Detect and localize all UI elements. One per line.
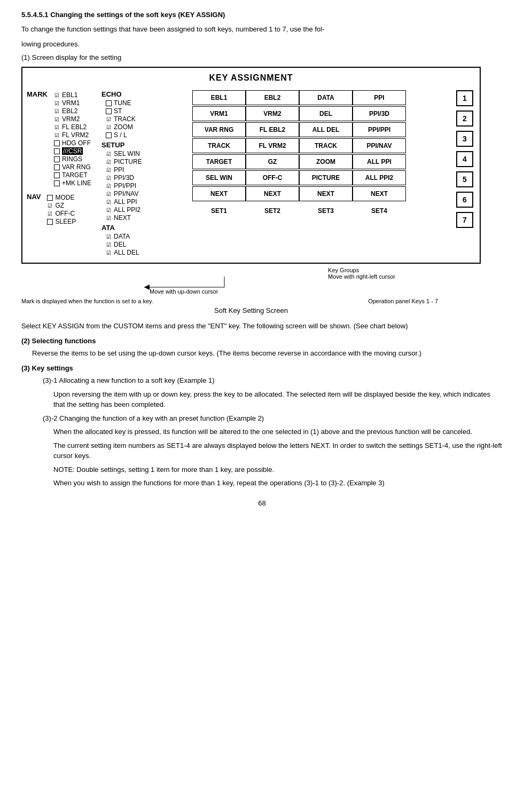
key-cell: ZOOM xyxy=(299,154,353,169)
ata-items: ☑DATA ☑DEL ☑ALL DEL xyxy=(106,233,187,256)
nav-items: MODE ☑GZ ☑OFF-C SLEEP xyxy=(47,194,76,226)
list-item: ST xyxy=(106,107,187,115)
ata-section: ATA ☑DATA ☑DEL ☑ALL DEL xyxy=(101,224,187,256)
section3-2-text2: The current setting item numbers as SET1… xyxy=(53,440,503,461)
empty-checkbox xyxy=(47,219,53,225)
key-cell: VRM2 xyxy=(246,106,299,121)
checked-icon: ☑ xyxy=(106,242,112,248)
op-panel-label: Operation panel Keys 1 - 7 xyxy=(368,298,438,304)
echo-setup-ata-column: ECHO TUNE ST ☑TRACK ☑ZOOM S / L SETUP ☑S… xyxy=(101,90,187,258)
checked-icon: ☑ xyxy=(54,132,60,138)
empty-checkbox xyxy=(106,132,112,138)
page-title: 5.5.4.5.1 Changing the settings of the s… xyxy=(21,11,503,19)
cursor-annotation: Move with up-down cursor xyxy=(144,277,240,299)
checked-icon: ☑ xyxy=(106,116,112,122)
key-cell: PPI/NAV xyxy=(353,138,406,153)
key-cell-data-h: DATA xyxy=(299,90,353,105)
key-cell-next4: NEXT xyxy=(353,186,406,201)
list-item: ☑ALL DEL xyxy=(106,249,187,256)
csr-highlight: ///CSR xyxy=(62,147,83,155)
checked-icon: ☑ xyxy=(106,250,112,256)
key-1: 1 xyxy=(456,90,473,106)
list-item: ☑PPI xyxy=(106,166,187,174)
section3-2-label: (3)-2 Changing the function of a key wit… xyxy=(43,413,503,424)
key-cell-ppi-h: PPI xyxy=(353,90,406,105)
list-item: MODE xyxy=(47,194,76,201)
setup-section: SETUP ☑SEL WIN ☑PICTURE ☑PPI ☑PPI/3D ☑PP… xyxy=(101,141,187,222)
key-cell: OFF-C xyxy=(246,170,299,185)
empty-checkbox xyxy=(47,195,53,201)
list-item: RINGS xyxy=(54,155,91,163)
empty-checkbox xyxy=(54,156,60,162)
key-cell-ebl1: EBL1 xyxy=(192,90,246,105)
nav-label: NAV xyxy=(27,193,41,201)
key-cell: DEL xyxy=(299,106,353,121)
key-cell: VAR RNG xyxy=(192,122,246,137)
list-item: ☑PICTURE xyxy=(106,158,187,165)
checked-icon: ☑ xyxy=(106,175,112,181)
list-item: ☑PPI/3D xyxy=(106,174,187,182)
section3-2-text3: NOTE: Double settings, setting 1 item fo… xyxy=(53,464,503,475)
key-grid: EBL1 EBL2 DATA PPI VRM1 VRM2 DEL PPI/3D … xyxy=(192,90,452,218)
checked-icon: ☑ xyxy=(106,183,112,189)
set4-label: SET4 xyxy=(353,203,406,218)
mark-nav-column: MARK ☑EBL1 ☑VRM1 ☑EBL2 ☑VRM2 ☑FL EBL2 ☑F… xyxy=(27,90,101,226)
cursor-label: Move with up-down cursor xyxy=(150,288,218,295)
key-cell: VRM1 xyxy=(192,106,246,121)
key-cell: ALL DEL xyxy=(299,122,353,137)
echo-label: ECHO xyxy=(101,90,187,98)
list-item: ☑DEL xyxy=(106,241,187,248)
key-cell: PICTURE xyxy=(299,170,353,185)
key-groups-annotation: Key Groups Move with right-left cursor xyxy=(328,267,395,280)
checked-icon: ☑ xyxy=(106,167,112,173)
list-item: TUNE xyxy=(106,99,187,107)
key-cell: PPI/PPI xyxy=(353,122,406,137)
intro-line1: To change the function settings that hav… xyxy=(21,24,503,35)
list-item: ☑OFF-C xyxy=(47,210,76,217)
key-cell: GZ xyxy=(246,154,299,169)
ata-label: ATA xyxy=(101,224,187,232)
checked-icon: ☑ xyxy=(54,124,60,130)
section3-repeat: When you wish to assign the functions fo… xyxy=(53,478,503,488)
list-item: ☑FL EBL2 xyxy=(54,123,91,131)
checked-icon: ☑ xyxy=(106,151,112,157)
list-item: ☑TRACK xyxy=(106,115,187,123)
title-text: 5.5.4.5.1 Changing the settings of the s… xyxy=(21,11,225,19)
checked-icon: ☑ xyxy=(106,124,112,130)
checked-icon: ☑ xyxy=(47,211,53,217)
key-groups-label: Key Groups xyxy=(328,267,359,273)
key-6: 6 xyxy=(456,192,473,208)
list-item: VAR RNG xyxy=(54,163,91,171)
num-keys-column: 1 2 3 4 5 6 7 xyxy=(456,90,475,232)
list-item: ☑EBL2 xyxy=(54,107,91,115)
diagram-annotations: Move with up-down cursor Key Groups Move… xyxy=(21,267,481,304)
list-item: ☑ALL PPI xyxy=(106,198,187,206)
checked-icon: ☑ xyxy=(106,199,112,205)
key-cell: FL EBL2 xyxy=(246,122,299,137)
list-item: TARGET xyxy=(54,171,91,179)
list-item: ☑DATA xyxy=(106,233,187,240)
section3-1-label: (3)-1 Allocating a new function to a sof… xyxy=(43,375,503,386)
key-cell-next2: NEXT xyxy=(246,186,299,201)
setup-items: ☑SEL WIN ☑PICTURE ☑PPI ☑PPI/3D ☑PPI/PPI … xyxy=(106,150,187,222)
mark-items: ☑EBL1 ☑VRM1 ☑EBL2 ☑VRM2 ☑FL EBL2 ☑FL VRM… xyxy=(54,91,91,187)
checked-icon: ☑ xyxy=(54,100,60,106)
key-cell: FL VRM2 xyxy=(246,138,299,153)
section3-2-text1: When the allocated key is pressed, its f… xyxy=(53,427,503,437)
empty-checkbox xyxy=(106,100,112,106)
list-item: ☑ZOOM xyxy=(106,123,187,131)
svg-marker-1 xyxy=(144,285,150,290)
list-item: ☑PPI/PPI xyxy=(106,182,187,190)
mark-annotation: Mark is displayed when the function is s… xyxy=(21,298,153,304)
empty-checkbox xyxy=(54,164,60,170)
checked-icon: ☑ xyxy=(47,203,53,209)
checked-icon: ☑ xyxy=(106,207,112,213)
key-cell: SEL WIN xyxy=(192,170,246,185)
key-3: 3 xyxy=(456,131,473,147)
set1-label: SET1 xyxy=(192,203,246,218)
mark-label: MARK xyxy=(27,90,48,98)
right-cursor-label: Move with right-left cursor xyxy=(328,273,395,280)
list-item: ☑VRM1 xyxy=(54,99,91,107)
list-item: ☑NEXT xyxy=(106,214,187,222)
set2-label: SET2 xyxy=(246,203,299,218)
